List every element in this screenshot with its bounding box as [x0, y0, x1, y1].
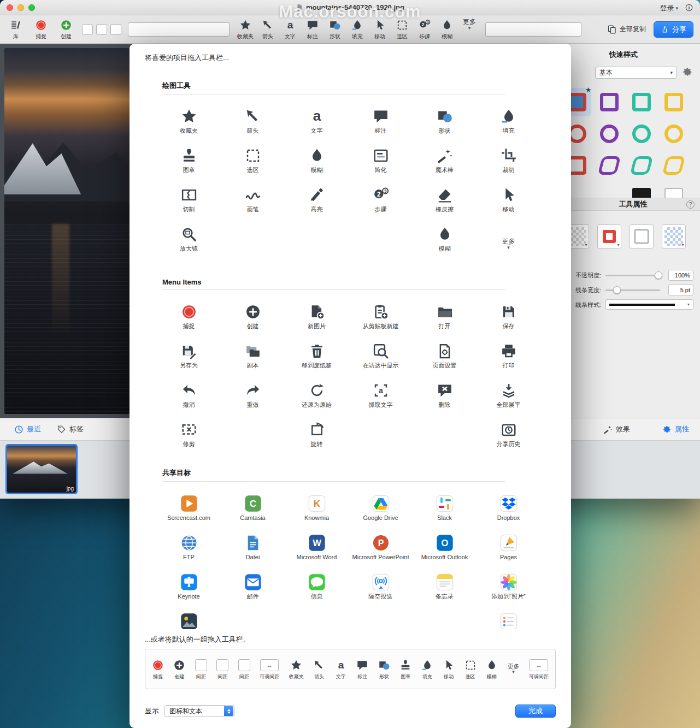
- default-set-item[interactable]: 间距: [238, 658, 250, 680]
- default-set-item[interactable]: 捕捉: [152, 658, 164, 680]
- theme-select[interactable]: 基本 ▾: [595, 67, 677, 79]
- palette-item[interactable]: 页面设置: [413, 341, 477, 381]
- shadow-swatch[interactable]: ▾: [662, 224, 686, 248]
- default-set-item[interactable]: 移动: [443, 658, 455, 680]
- palette-item[interactable]: 添加到“照片”: [477, 572, 540, 612]
- palette-item[interactable]: 箭头: [221, 106, 285, 146]
- default-set-item[interactable]: 更多▾ 更多: [508, 662, 520, 676]
- palette-item[interactable]: Keynote: [157, 572, 221, 612]
- palette-item[interactable]: 填充: [477, 106, 540, 146]
- default-set-item[interactable]: a 文字: [335, 658, 347, 680]
- palette-item[interactable]: 副本: [221, 341, 285, 381]
- share-button[interactable]: 分享: [654, 21, 693, 38]
- line-width-value[interactable]: 5 pt: [668, 285, 693, 295]
- palette-item[interactable]: 旋转: [285, 420, 349, 459]
- spacer-well[interactable]: [96, 24, 107, 35]
- palette-item[interactable]: 移动: [477, 185, 540, 224]
- palette-item[interactable]: 新图片: [285, 302, 349, 341]
- library-button[interactable]: 库: [7, 19, 25, 40]
- palette-item[interactable]: 选区: [221, 146, 285, 185]
- recent-thumbnail[interactable]: jpg: [5, 444, 78, 494]
- quick-style-swatch[interactable]: [595, 120, 623, 148]
- palette-item[interactable]: 形状: [413, 106, 477, 146]
- palette-item[interactable]: 邮件: [221, 572, 285, 612]
- palette-item[interactable]: W Microsoft Word: [285, 533, 349, 572]
- default-set-item[interactable]: 填充: [421, 658, 433, 680]
- default-set-item[interactable]: 间距: [216, 658, 228, 680]
- opacity-slider[interactable]: [605, 275, 660, 276]
- palette-item[interactable]: 更多▾ 更多: [477, 224, 540, 264]
- slider-knob[interactable]: [613, 286, 621, 294]
- flexible-spacer-well[interactable]: [128, 22, 230, 37]
- palette-item[interactable]: 收藏夹: [157, 106, 221, 146]
- palette-item[interactable]: 在访达中显示: [349, 341, 413, 381]
- toolbar-tool-button[interactable]: 更多▾ 更多: [460, 19, 479, 32]
- default-set-item[interactable]: 标注: [356, 658, 368, 680]
- toolbar-tool-button[interactable]: 箭头: [258, 19, 277, 40]
- done-button[interactable]: 完成: [515, 705, 556, 718]
- palette-item[interactable]: 分享历史: [477, 420, 540, 459]
- palette-item[interactable]: 魔术棒: [413, 146, 477, 185]
- palette-item[interactable]: 备忘录: [413, 572, 477, 612]
- quick-style-swatch[interactable]: [660, 151, 688, 180]
- default-set-item[interactable]: 箭头: [313, 658, 325, 680]
- palette-item[interactable]: 移到废纸篓: [285, 341, 349, 381]
- palette-item[interactable]: a 文字: [285, 106, 349, 146]
- palette-item[interactable]: 撤消: [157, 381, 221, 420]
- display-mode-select[interactable]: 图标和文本: [164, 705, 234, 717]
- palette-item[interactable]: K Knowmia: [285, 494, 349, 533]
- palette-item[interactable]: 图章: [157, 146, 221, 185]
- palette-item[interactable]: 从剪贴板新建: [349, 302, 413, 341]
- palette-item[interactable]: a 抓取文字: [349, 381, 413, 420]
- palette-item[interactable]: 修剪: [157, 420, 221, 459]
- palette-item[interactable]: 另存为: [157, 341, 221, 381]
- properties-button[interactable]: 属性: [662, 418, 689, 440]
- line-width-slider[interactable]: [605, 289, 660, 291]
- palette-item[interactable]: FTP: [157, 533, 221, 572]
- toolbar-tool-button[interactable]: 收藏夹: [236, 19, 255, 40]
- default-set-item[interactable]: ↔ 可调间距: [529, 658, 549, 680]
- default-set-item[interactable]: 图章: [399, 658, 411, 680]
- palette-item[interactable]: 裁切: [477, 146, 540, 185]
- palette-item[interactable]: Slack: [413, 494, 477, 533]
- palette-item[interactable]: 还原为原始: [285, 381, 349, 420]
- quick-style-swatch[interactable]: [627, 120, 656, 148]
- toolbar-tool-button[interactable]: 模糊: [438, 19, 456, 40]
- palette-item[interactable]: 高亮: [285, 185, 349, 224]
- opacity-value[interactable]: 100%: [668, 270, 693, 281]
- palette-item[interactable]: 删除: [413, 381, 477, 420]
- default-set-item[interactable]: 选区: [464, 658, 477, 680]
- style-settings-gear-icon[interactable]: [682, 67, 693, 78]
- spacer-well[interactable]: [110, 24, 121, 35]
- photo-canvas[interactable]: [4, 48, 130, 414]
- palette-item[interactable]: Google Drive: [349, 494, 413, 533]
- palette-item[interactable]: Dropbox: [477, 494, 540, 533]
- help-icon[interactable]: ?: [686, 200, 695, 209]
- palette-item[interactable]: 23 步骤: [349, 185, 413, 224]
- palette-item[interactable]: 重做: [221, 381, 285, 420]
- palette-item[interactable]: 模糊: [285, 146, 349, 185]
- flexible-spacer-well[interactable]: [485, 22, 581, 37]
- palette-item[interactable]: Datei: [221, 533, 285, 572]
- shape-swatch[interactable]: [630, 224, 654, 248]
- palette-item[interactable]: 橡皮擦: [413, 185, 477, 224]
- palette-item[interactable]: Screencast.com: [157, 494, 221, 533]
- palette-item[interactable]: P Microsoft PowerPoint: [349, 533, 413, 572]
- palette-item[interactable]: 简化: [349, 146, 413, 185]
- default-set-item[interactable]: 形状: [378, 658, 390, 680]
- palette-item[interactable]: 保存: [477, 302, 540, 341]
- default-toolbar-set[interactable]: 捕捉 创建 间距 间距 间距 ↔ 可调间距 收藏夹 箭头: [145, 649, 556, 689]
- palette-item[interactable]: 切割: [157, 185, 221, 224]
- palette-item[interactable]: 捕捉: [157, 302, 221, 341]
- palette-item[interactable]: 全部展平: [477, 381, 540, 420]
- copy-all-button[interactable]: 全部复制: [607, 25, 646, 34]
- slider-knob[interactable]: [655, 271, 662, 279]
- tab-tags[interactable]: 标签: [57, 418, 84, 440]
- tab-recent[interactable]: 最近: [14, 418, 41, 440]
- create-button[interactable]: 创建: [57, 19, 75, 40]
- palette-item[interactable]: 创建: [221, 302, 285, 341]
- palette-item[interactable]: 信息: [285, 572, 349, 612]
- quick-style-swatch[interactable]: [660, 88, 688, 116]
- capture-button[interactable]: 捕捉: [32, 19, 50, 40]
- palette-item[interactable]: Pages: [477, 533, 540, 572]
